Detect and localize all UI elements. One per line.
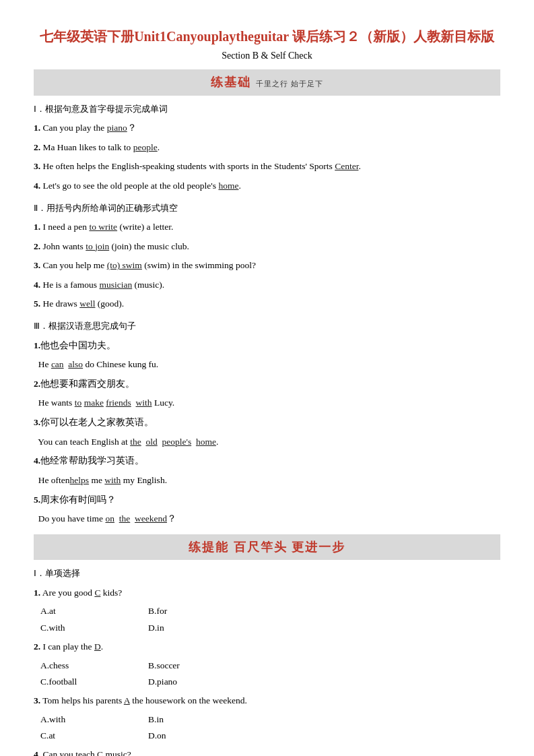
title-section: 七年级英语下册Unit1Canyouplaytheguitar 课后练习２（新版… (34, 27, 500, 64)
option-d: D.on (148, 728, 215, 744)
option-b: B.for (148, 603, 215, 619)
answer: Center (335, 161, 358, 171)
part4-instruction: Ⅰ．单项选择 (34, 565, 500, 581)
answer: people's (162, 437, 192, 447)
answer: well (79, 298, 95, 309)
option-d: D.in (148, 620, 215, 636)
answer: with (104, 475, 121, 485)
part3-instruction: Ⅲ．根据汉语意思完成句子 (34, 318, 500, 334)
item-num: 1. (34, 588, 40, 598)
answer: piano (107, 123, 127, 133)
item-num: 2. (34, 379, 40, 389)
part2-item1: 1. I need a pen to write (write) a lette… (34, 218, 500, 236)
part3-item4-chinese: 4.他经常帮助我学习英语。 (34, 452, 500, 470)
options-row3b: C.at D.on (40, 728, 500, 744)
part1-item1: 1. Can you play the piano？ (34, 119, 500, 137)
option-b: B.soccer (148, 658, 215, 674)
item-num: 5. (34, 298, 40, 309)
answer: the (119, 513, 131, 524)
options-row1b: C.with D.in (40, 620, 500, 636)
answer: with (136, 398, 152, 408)
banner1-text: 练基础 (211, 75, 251, 89)
item-num: 2. (34, 241, 40, 251)
part1-instruction: Ⅰ．根据句意及首字母提示完成单词 (34, 101, 500, 117)
answer: weekend (135, 513, 167, 524)
part3-item3-chinese: 3.你可以在老人之家教英语。 (34, 414, 500, 431)
answer: to (75, 398, 82, 408)
banner2-subtext: 百尺竿头 更进一步 (234, 540, 346, 554)
part3-item2-chinese: 2.他想要和露西交朋友。 (34, 375, 500, 393)
answer: home (218, 181, 238, 191)
answer: to write (89, 222, 117, 232)
part2-item2: 2. John wants to join (join) the music c… (34, 238, 500, 255)
option-d: D.piano (148, 674, 215, 690)
item-num: 2. (34, 641, 40, 652)
options-row2: A.chess B.soccer (40, 658, 500, 674)
main-title: 七年级英语下册Unit1Canyouplaytheguitar 课后练习２（新版… (34, 27, 500, 46)
option-a: A.with (40, 712, 108, 728)
option-c: C.at (40, 728, 108, 744)
part4-item4: 4. Can you teach C music? (34, 746, 500, 756)
answer: to join (86, 241, 109, 251)
item-num: 4. (34, 181, 40, 191)
banner2-text: 练提能 (189, 540, 229, 554)
answer: on (105, 513, 114, 524)
part2-item3: 3. Can you help me (to) swim (swim) in t… (34, 257, 500, 274)
item-num: 5. (34, 495, 40, 505)
part4-item1: 1. Are you good C kids? (34, 584, 500, 602)
options-row1: A.at B.for (40, 603, 500, 619)
part3-item5-english: Do you have time on the weekend？ (34, 510, 500, 528)
answer: helps (70, 475, 90, 485)
answer: C (94, 588, 100, 598)
answer: the (130, 437, 141, 447)
part3-item5-chinese: 5.周末你有时间吗？ (34, 491, 500, 509)
option-a: A.chess (40, 658, 108, 674)
item-num: 4. (34, 749, 40, 756)
answer: also (68, 359, 83, 369)
part2-instruction: Ⅱ．用括号内所给单词的正确形式填空 (34, 200, 500, 216)
banner1-subtext: 千里之行 始于足下 (256, 80, 323, 88)
answer: C (97, 749, 103, 756)
banner-lianjiceng: 练基础 千里之行 始于足下 (34, 69, 500, 95)
part2-item5: 5. He draws well (good). (34, 295, 500, 313)
options-row2b: C.football D.piano (40, 674, 500, 690)
answer: can (51, 359, 64, 369)
part3-item2-english: He wants to make friends with Lucy. (34, 394, 500, 412)
item-num: 1. (34, 222, 40, 232)
item-num: 3. (34, 161, 40, 171)
item-num: 3. (34, 417, 40, 427)
part3-item1-chinese: 1.他也会中国功夫。 (34, 337, 500, 354)
answer: people (133, 142, 158, 152)
options-row3: A.with B.in (40, 712, 500, 728)
part1-item2: 2. Ma Huan likes to talk to people. (34, 139, 500, 156)
item-num: 1. (34, 123, 40, 133)
item-num: 1. (34, 340, 40, 350)
answer: D (94, 641, 101, 652)
part3-item1-english: He can also do Chinese kung fu. (34, 356, 500, 373)
answer: old (145, 437, 157, 447)
part2-item4: 4. He is a famous musician (music). (34, 276, 500, 294)
section-subtitle: Section B & Self Check (34, 47, 500, 64)
answer: musician (99, 280, 132, 290)
part1-item3: 3. He often helps the English-speaking s… (34, 158, 500, 175)
part3-item4-english: He oftenhelps me with my English. (34, 472, 500, 489)
item-num: 2. (34, 142, 40, 152)
part4-item3: 3. Tom helps his parents A the housework… (34, 692, 500, 710)
part1-item4: 4. Let's go to see the old people at the… (34, 177, 500, 195)
answer: (to) swim (107, 260, 142, 270)
item-num: 4. (34, 455, 40, 466)
option-b: B.in (148, 712, 215, 728)
answer: A (124, 695, 130, 705)
item-num: 3. (34, 695, 40, 705)
answer: friends (106, 398, 131, 408)
part4-item2: 2. I can play the D. (34, 638, 500, 656)
answer: home (196, 437, 216, 447)
option-a: A.at (40, 603, 108, 619)
answer: make (84, 398, 104, 408)
banner-liantine: 练提能 百尺竿头 更进一步 (34, 534, 500, 560)
item-num: 3. (34, 260, 40, 270)
part3-item3-english: You can teach English at the old people'… (34, 433, 500, 451)
item-num: 4. (34, 280, 40, 290)
option-c: C.football (40, 674, 108, 690)
option-c: C.with (40, 620, 108, 636)
